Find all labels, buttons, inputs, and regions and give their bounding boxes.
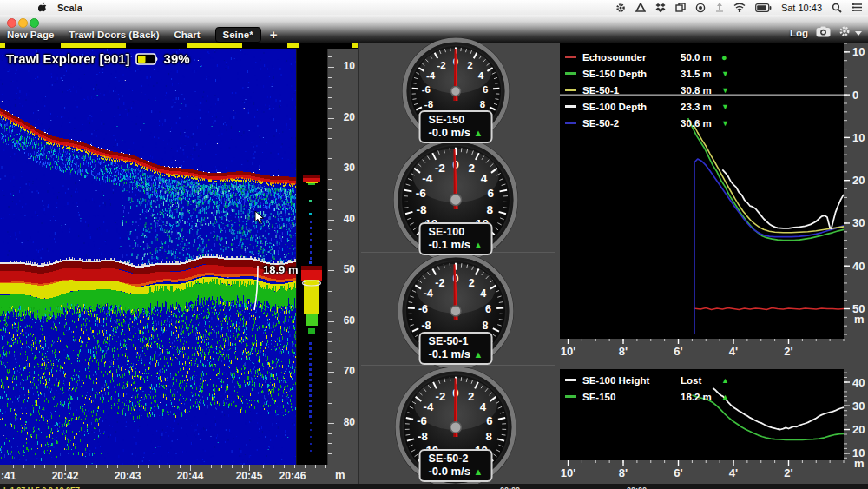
wifi-menu-icon[interactable]	[733, 3, 746, 12]
gear-menu-icon[interactable]	[615, 3, 626, 13]
status-right-fragment: 00:00	[627, 485, 647, 489]
battery-menu-icon[interactable]	[755, 3, 772, 12]
svg-text:-8: -8	[417, 203, 428, 216]
svg-text:8: 8	[487, 203, 494, 216]
time-tick-label: 20:45	[236, 470, 263, 482]
legend-row: SE-15018.2 m▲	[565, 388, 729, 405]
svg-text:10': 10'	[561, 345, 576, 358]
time-tick-label: 20:42	[52, 470, 79, 482]
macos-menubar: Scala Sat 10:43	[0, 0, 868, 16]
svg-text:30: 30	[852, 216, 865, 229]
legend-value: 23.3 m	[681, 102, 721, 112]
gauge-name: SE-50-1	[429, 335, 483, 347]
menubar-app-name[interactable]: Scala	[57, 3, 82, 13]
tab-trawl-doors[interactable]: Trawl Doors (Back)	[69, 30, 159, 40]
svg-text:20: 20	[852, 174, 865, 187]
tab-new-page[interactable]: New Page	[7, 30, 54, 40]
legend-status-icon: ▼	[721, 69, 729, 78]
legend-swatch	[565, 105, 576, 108]
gauge-readout-se-150: SE-150-0.0 m/s ▲	[419, 110, 493, 143]
time-tick-label: :41	[1, 470, 16, 482]
svg-text:20: 20	[852, 423, 865, 436]
legend-row: SE-50-130.8 m▼	[565, 82, 729, 98]
gauge-value: -0.0 m/s	[429, 126, 474, 139]
legend-status-icon: ▼	[721, 102, 729, 111]
depth-tick-label: 20	[344, 111, 355, 123]
search-icon[interactable]	[832, 3, 842, 13]
gauge-readout-se-100: SE-100-0.1 m/s ▲	[419, 222, 493, 255]
depth-marker-label: 18.9 m	[263, 263, 298, 276]
tab-chart[interactable]: Chart	[174, 30, 201, 40]
status-left-fragment: L 1.07 U 5 0.0 10.0E7	[3, 485, 80, 489]
legend-swatch	[565, 72, 576, 75]
svg-text:8: 8	[480, 99, 486, 109]
legend-swatch	[565, 89, 576, 91]
windows-menu-icon[interactable]	[675, 3, 686, 13]
svg-text:-8: -8	[424, 99, 434, 109]
legend-swatch	[565, 395, 576, 398]
svg-text:2': 2'	[784, 466, 792, 479]
gauge-readout-se-50-2: SE-50-2-0.0 m/s ▲	[419, 449, 493, 482]
legend-row: SE-50-230.6 m▼	[565, 115, 729, 131]
drive-menu-icon[interactable]	[635, 3, 646, 12]
record-menu-icon[interactable]	[695, 3, 706, 13]
settings-gear-icon[interactable]	[838, 25, 851, 41]
depth-axis: 1020304050607080	[327, 49, 359, 465]
tab-bar: New Page Trawl Doors (Back) Chart Seine*…	[0, 25, 277, 43]
legend-row: SE-100 HeightLost▲	[565, 372, 729, 388]
svg-text:10: 10	[852, 45, 865, 58]
log-button[interactable]: Log	[790, 28, 808, 38]
legend-status-icon: ▼	[721, 119, 729, 128]
height-chart-legend: SE-100 HeightLost▲SE-15018.2 m▲	[565, 372, 729, 405]
apple-logo-icon[interactable]	[38, 2, 49, 13]
svg-text:10': 10'	[561, 466, 576, 479]
legend-value: 50.0 m	[681, 52, 721, 63]
legend-swatch	[565, 122, 576, 124]
depth-tick-label: 40	[344, 213, 355, 225]
svg-text:6': 6'	[674, 345, 682, 358]
trend-up-icon: ▲	[474, 466, 483, 477]
gauge-name: SE-50-2	[429, 453, 483, 465]
trend-up-icon: ▲	[474, 349, 483, 360]
depth-axis-unit: m	[335, 468, 345, 481]
legend-value: 31.5 m	[681, 69, 721, 79]
legend-name: Echosounder	[582, 52, 681, 63]
legend-name: SE-100 Depth	[582, 102, 681, 112]
legend-status-icon: ▼	[721, 86, 729, 95]
gauge-value: -0.1 m/s	[429, 347, 474, 360]
add-tab-button[interactable]: +	[270, 27, 278, 42]
svg-text:0: 0	[852, 89, 858, 102]
sounder-title-text: Trawl Explorer [901]	[6, 51, 130, 66]
svg-text:8': 8'	[619, 466, 628, 479]
airplay-menu-icon[interactable]	[715, 3, 724, 13]
depth-tick-label: 60	[344, 314, 355, 327]
status-strip: L 1.07 U 5 0.0 10.0E7 00:00 00:00	[0, 484, 868, 489]
svg-text:10: 10	[852, 131, 865, 144]
tab-seine-active[interactable]: Seine*	[215, 27, 261, 43]
svg-text:m: m	[854, 313, 865, 326]
settings-dropdown-caret[interactable]	[855, 31, 862, 36]
echogram-canvas[interactable]	[0, 49, 327, 465]
legend-swatch	[565, 56, 576, 58]
dropbox-menu-icon[interactable]	[655, 3, 666, 13]
gauge-name: SE-100	[429, 226, 483, 238]
legend-name: SE-150 Depth	[582, 69, 681, 79]
legend-row: Echosounder50.0 m●	[565, 49, 729, 65]
svg-text:8: 8	[483, 320, 489, 332]
svg-text:8: 8	[485, 430, 491, 443]
gauge-value: -0.0 m/s	[429, 465, 474, 478]
svg-text:4': 4'	[729, 466, 738, 479]
time-tick-label: 20:44	[177, 470, 204, 482]
legend-value: 18.2 m	[681, 392, 721, 402]
screenshot-camera-icon[interactable]	[816, 25, 831, 41]
mouse-cursor	[254, 210, 265, 225]
svg-text:-8: -8	[418, 430, 428, 443]
legend-value: Lost	[681, 375, 721, 386]
notification-center-icon[interactable]	[852, 3, 863, 12]
svg-text:-8: -8	[421, 320, 431, 332]
menubar-clock[interactable]: Sat 10:43	[781, 3, 822, 13]
svg-text:2': 2'	[784, 345, 792, 358]
svg-text:40: 40	[852, 376, 865, 389]
svg-text:30: 30	[852, 400, 865, 413]
legend-status-icon: ▲	[721, 376, 729, 385]
